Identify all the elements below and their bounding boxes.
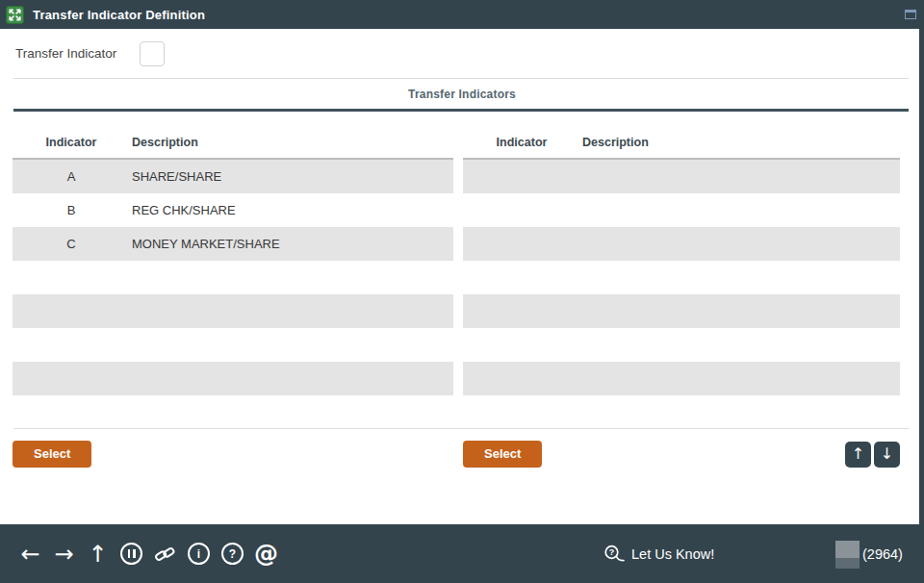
session-count: (2964): [862, 524, 903, 583]
section-header: Transfer Indicators: [0, 79, 924, 109]
table-row-empty: [463, 328, 900, 362]
page-up-button[interactable]: ↑: [845, 442, 871, 468]
up-arrow-icon: ↑: [852, 446, 864, 462]
thumbnail-artifact: [835, 541, 860, 569]
transfer-indicator-field-row: Transfer Indicator: [0, 29, 924, 78]
forward-arrow-icon[interactable]: →: [53, 543, 75, 566]
left-indicator-column-header: Indicator: [13, 136, 130, 149]
table-row-empty: [463, 362, 900, 395]
transfer-indicator-tables: Indicator Description A SHARE/SHARE B RE…: [13, 112, 924, 395]
right-actions: Select ↑ ↓: [463, 441, 900, 468]
page-down-button[interactable]: ↓: [874, 442, 900, 468]
indicator-cell: A: [13, 169, 130, 184]
table-row-empty: [463, 160, 900, 193]
back-arrow-icon[interactable]: ←: [19, 543, 41, 566]
svg-text:?: ?: [609, 547, 615, 557]
table-row[interactable]: A SHARE/SHARE: [13, 160, 453, 193]
up-arrow-icon[interactable]: ↑: [87, 543, 109, 566]
let-us-know-label: Let Us Know!: [631, 546, 714, 562]
info-icon[interactable]: i: [188, 543, 210, 566]
description-cell: REG CHK/SHARE: [130, 203, 453, 217]
left-table-body: A SHARE/SHARE B REG CHK/SHARE C MONEY MA…: [13, 160, 453, 395]
divider: [13, 428, 909, 429]
left-actions: Select: [13, 441, 453, 468]
indicator-cell: B: [13, 203, 130, 217]
at-sign-icon[interactable]: @: [255, 543, 277, 566]
table-row-empty: [463, 193, 900, 227]
description-cell: MONEY MARKET/SHARE: [130, 237, 453, 251]
transfer-indicator-definition-window: Transfer Indicator Definition Transfer I…: [0, 0, 924, 583]
restore-window-icon[interactable]: [905, 10, 916, 19]
link-icon[interactable]: [154, 543, 176, 566]
description-cell: SHARE/SHARE: [130, 169, 453, 184]
window-right-border: [919, 29, 924, 524]
left-table-header: Indicator Description: [13, 112, 453, 160]
actions-row: Select Select ↑ ↓: [13, 441, 900, 468]
right-indicator-column-header: Indicator: [463, 136, 580, 149]
transfer-indicator-input[interactable]: [140, 41, 165, 66]
left-indicator-table: Indicator Description A SHARE/SHARE B RE…: [13, 112, 453, 395]
right-indicator-table: Indicator Description: [463, 112, 900, 395]
table-row[interactable]: B REG CHK/SHARE: [13, 193, 453, 227]
down-arrow-icon: ↓: [881, 446, 893, 462]
left-select-button[interactable]: Select: [13, 441, 91, 468]
window-title: Transfer Indicator Definition: [33, 8, 205, 22]
table-row-empty: [463, 227, 900, 261]
table-row-empty: [463, 261, 900, 294]
table-row-empty: [13, 362, 453, 395]
pause-icon[interactable]: [120, 543, 142, 566]
right-table-body: [463, 160, 900, 395]
indicator-cell: C: [13, 237, 130, 251]
right-select-button[interactable]: Select: [463, 441, 542, 468]
left-description-column-header: Description: [130, 136, 453, 149]
right-table-header: Indicator Description: [463, 112, 900, 160]
transfer-indicator-label: Transfer Indicator: [15, 46, 140, 61]
let-us-know-link[interactable]: ? Let Us Know!: [603, 524, 714, 583]
table-row-empty: [13, 261, 453, 294]
app-expand-icon: [6, 6, 24, 24]
table-row[interactable]: C MONEY MARKET/SHARE: [13, 227, 453, 261]
table-row-empty: [13, 294, 453, 328]
bottom-toolbar: ← → ↑ i ? @ ?: [0, 524, 924, 583]
right-description-column-header: Description: [580, 136, 900, 149]
table-row-empty: [463, 294, 900, 328]
chat-bubble-icon: ?: [603, 545, 626, 564]
table-row-empty: [13, 328, 453, 362]
help-icon[interactable]: ?: [221, 543, 244, 566]
pager-buttons: ↑ ↓: [845, 442, 900, 468]
title-bar: Transfer Indicator Definition: [0, 0, 924, 29]
section-header-label: Transfer Indicators: [408, 88, 516, 101]
